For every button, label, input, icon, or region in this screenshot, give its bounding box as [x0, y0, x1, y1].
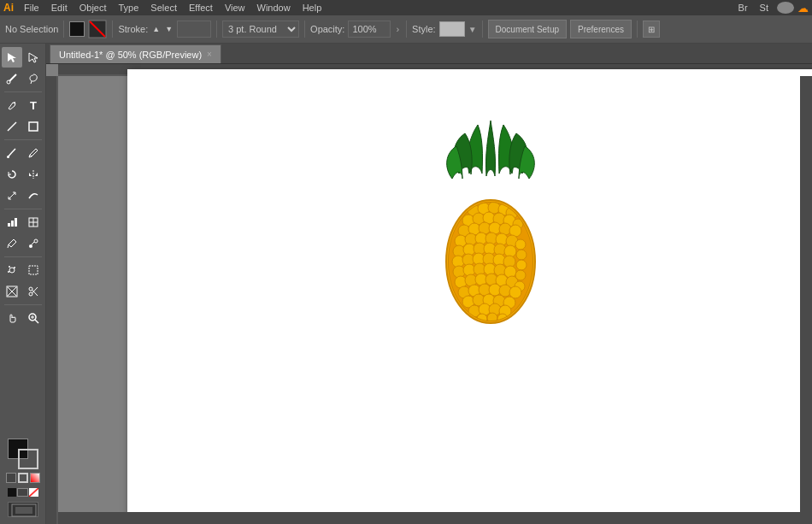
- svg-rect-6: [29, 122, 38, 131]
- tool-row-2: [2, 68, 44, 89]
- svg-line-2: [9, 74, 16, 81]
- selection-tool-btn[interactable]: [2, 47, 22, 68]
- menu-select[interactable]: Select: [145, 2, 182, 14]
- pen-tool-btn[interactable]: [2, 95, 22, 115]
- magic-wand-tool-btn[interactable]: [2, 68, 22, 89]
- menu-view[interactable]: View: [220, 2, 250, 14]
- tool-row-8: [2, 212, 44, 233]
- default-colors-btn[interactable]: [18, 473, 28, 483]
- svg-line-30: [35, 320, 38, 323]
- tool-row-12: [2, 308, 44, 328]
- menu-object[interactable]: Object: [74, 2, 112, 14]
- svg-point-16: [29, 244, 32, 248]
- menu-file[interactable]: File: [19, 2, 44, 14]
- tool-divider-1: [4, 91, 42, 92]
- canvas-area[interactable]: Untitled-1* @ 50% (RGB/Preview) ×: [46, 44, 812, 524]
- tool-row-6: [2, 164, 44, 185]
- graph-tool-btn[interactable]: [2, 212, 22, 233]
- artboard-tool-btn[interactable]: [23, 260, 44, 280]
- svg-line-5: [8, 122, 16, 131]
- divider-5: [406, 21, 407, 38]
- menu-effect[interactable]: Effect: [184, 2, 218, 14]
- scrollbar-horizontal[interactable]: [58, 512, 812, 524]
- cloud-icon[interactable]: ☁: [797, 2, 809, 15]
- color-panel: [3, 435, 44, 521]
- menu-type[interactable]: Type: [114, 2, 144, 14]
- workspace-controls: ⊞: [643, 21, 660, 38]
- tab-title: Untitled-1* @ 50% (RGB/Preview): [59, 50, 202, 60]
- menu-bar: Ai File Edit Object Type Select Effect V…: [0, 0, 812, 15]
- line-tool-btn[interactable]: [2, 116, 22, 137]
- pencil-tool-btn[interactable]: [23, 143, 44, 163]
- tool-divider-5: [4, 304, 42, 305]
- document-tab[interactable]: Untitled-1* @ 50% (RGB/Preview) ×: [50, 44, 221, 63]
- style-swatch[interactable]: [439, 21, 465, 37]
- stock-btn[interactable]: St: [755, 2, 774, 14]
- brush-icon[interactable]: [88, 20, 107, 38]
- none-btn[interactable]: [30, 473, 40, 483]
- scale-tool-btn[interactable]: [2, 185, 22, 206]
- eyedropper-tool-btn[interactable]: [2, 233, 22, 254]
- no-selection-label: No Selection: [5, 24, 58, 34]
- svg-point-22: [8, 271, 9, 273]
- preferences-button[interactable]: Preferences: [570, 20, 632, 38]
- artboard-view-btn[interactable]: [8, 502, 38, 517]
- svg-rect-9: [8, 223, 10, 227]
- bridge-btn[interactable]: Br: [733, 2, 753, 14]
- paintbrush-tool-btn[interactable]: [2, 143, 22, 163]
- svg-point-99: [509, 286, 521, 298]
- menu-window[interactable]: Window: [252, 2, 296, 14]
- stroke-indicator[interactable]: [17, 488, 28, 497]
- symbol-sprayer-btn[interactable]: [2, 260, 22, 280]
- ruler-vertical: [46, 76, 58, 524]
- brush-style-dropdown[interactable]: 3 pt. Round: [222, 21, 299, 38]
- tool-divider-3: [4, 209, 42, 209]
- scissors-tool-btn[interactable]: [23, 281, 44, 302]
- svg-rect-37: [46, 76, 58, 524]
- gradient-indicator[interactable]: [29, 488, 38, 497]
- svg-rect-34: [15, 507, 32, 514]
- tab-bar: Untitled-1* @ 50% (RGB/Preview) ×: [46, 44, 812, 64]
- divider-2: [112, 21, 113, 38]
- tool-divider-4: [4, 256, 42, 257]
- svg-line-18: [32, 242, 34, 244]
- svg-point-20: [9, 266, 10, 268]
- svg-point-65: [515, 239, 526, 250]
- scrollbar-vertical[interactable]: [800, 76, 812, 512]
- tool-row-11: [2, 281, 44, 302]
- direct-selection-tool-btn[interactable]: [23, 47, 44, 68]
- swap-colors-btn[interactable]: [6, 473, 16, 483]
- slice-tool-btn[interactable]: [2, 281, 22, 302]
- tool-row-10: [2, 260, 44, 280]
- zoom-tool-btn[interactable]: [23, 308, 44, 328]
- divider-7: [637, 21, 638, 38]
- app-logo: Ai: [3, 2, 14, 14]
- fill-swatch[interactable]: [69, 21, 85, 37]
- menu-help[interactable]: Help: [297, 2, 327, 14]
- style-dropdown-arrow[interactable]: ▼: [468, 25, 477, 34]
- reflect-tool-btn[interactable]: [23, 164, 44, 185]
- menu-edit[interactable]: Edit: [46, 2, 73, 14]
- fill-indicator[interactable]: [8, 488, 17, 497]
- warp-tool-btn[interactable]: [23, 185, 44, 206]
- divider-6: [482, 21, 483, 38]
- opacity-arrow[interactable]: ›: [394, 24, 401, 34]
- arrange-btn[interactable]: ⊞: [643, 21, 660, 38]
- rectangle-tool-btn[interactable]: [23, 116, 44, 137]
- mesh-tool-btn[interactable]: [23, 212, 44, 233]
- tool-row-9: [2, 233, 44, 254]
- blend-tool-btn[interactable]: [23, 233, 44, 254]
- opacity-input[interactable]: [348, 21, 391, 38]
- stroke-up-arrow[interactable]: ▲: [151, 25, 161, 33]
- lasso-tool-btn[interactable]: [23, 68, 44, 89]
- tab-close-btn[interactable]: ×: [207, 50, 212, 59]
- stroke-down-arrow[interactable]: ▼: [164, 25, 174, 33]
- ruler-v-marks: [46, 76, 58, 524]
- rotate-tool-btn[interactable]: [2, 164, 22, 185]
- hand-tool-btn[interactable]: [2, 308, 22, 328]
- pineapple-illustration: [427, 112, 555, 336]
- document-setup-button[interactable]: Document Setup: [488, 20, 568, 38]
- type-tool-btn[interactable]: T: [23, 95, 44, 115]
- color-mode-row: [6, 473, 40, 483]
- stroke-value-input[interactable]: [177, 21, 211, 38]
